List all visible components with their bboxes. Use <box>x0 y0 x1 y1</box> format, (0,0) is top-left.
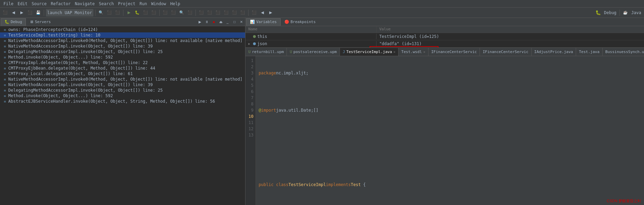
menu-run[interactable]: Run <box>138 1 149 7</box>
tab-action-disconnect[interactable]: ⏏ <box>218 19 224 25</box>
editor-tab-iadjust[interactable]: IAdjustPrice.java <box>532 48 576 56</box>
code-editor[interactable]: 1 2 3 4 5 6 7 8 9 10 11 12 13 <box>245 56 644 205</box>
toolbar-debug[interactable]: 🐛 <box>133 9 141 17</box>
stack-item-5[interactable]: ≡ Method.invoke(Object, Object...) line:… <box>0 54 245 60</box>
tab-variables[interactable]: 📊 Variables <box>246 18 281 26</box>
code-line-1: package nc.impl.xljt; <box>259 70 644 76</box>
close-icon-testservice[interactable]: ✕ <box>393 50 395 54</box>
menu-search[interactable]: Search <box>97 1 116 7</box>
toolbar-btn-3[interactable]: ▶ <box>18 9 26 17</box>
menu-edit[interactable]: Edit <box>16 1 30 7</box>
separator-7 <box>620 10 620 16</box>
launch-label[interactable]: launch UAP Monitor <box>46 9 93 17</box>
editor-tab-testservice[interactable]: J TestServiceImpl.java ✕ <box>340 48 399 56</box>
var-name-this: this <box>257 34 267 39</box>
tab-debug[interactable]: 🐛 Debug <box>1 18 26 26</box>
tab-icon-testservice: J <box>343 50 345 54</box>
vars-panel: 📊 Variables 🔴 Breakpoints ⬛ ⬛ _ □ ✕ Name <box>245 18 644 48</box>
toolbar-btn-21[interactable]: ▶ <box>267 9 274 17</box>
editor-tab-test[interactable]: Test.java <box>576 48 603 56</box>
vars-name-this: this <box>245 34 376 39</box>
separator-1 <box>44 10 44 16</box>
code-line-4 <box>259 126 644 132</box>
left-panel: 🐛 Debug 🖥 Servers ▶ ⏸ ■ ⏏ _ □ ✕ ≡ own <box>0 18 245 205</box>
toolbar-btn-11[interactable]: 🔍 <box>178 9 185 17</box>
tab-breakpoints[interactable]: 🔴 Breakpoints <box>281 18 320 26</box>
toolbar-btn-16[interactable]: ⬛ <box>222 9 230 17</box>
menu-navigate[interactable]: Navigate <box>73 1 97 7</box>
stack-item-8[interactable]: ≡ CMTProxy_Local.delegate(Object, Object… <box>0 71 245 76</box>
close-icon-testwsdl[interactable]: ✕ <box>423 50 425 54</box>
menu-refactor[interactable]: Refactor <box>49 1 73 7</box>
toolbar-btn-18[interactable]: ⬛ <box>239 9 246 17</box>
tab-action-suspend[interactable]: ⏸ <box>204 19 210 25</box>
stack-trace[interactable]: ≡ owns: PhaseInterceptorChain (id=124) ≡… <box>0 26 245 205</box>
stack-item-4[interactable]: ≡ DelegatingMethodAccessorImpl.invoke(Ob… <box>0 49 245 54</box>
toolbar-stop[interactable]: ⬛ <box>142 9 149 17</box>
editor-tab-bussiness[interactable]: BussinuessSynch.upm <box>603 48 644 56</box>
toolbar-btn-9[interactable]: ⬛ <box>161 9 169 17</box>
menu-project[interactable]: Project <box>116 1 138 7</box>
editor-tab-postsale[interactable]: U postsalereceive.upm <box>287 48 340 56</box>
menu-help[interactable]: Help <box>168 1 182 7</box>
stack-item-1[interactable]: ≡ TestServiceImpl.test(String) line: 10 <box>0 32 245 38</box>
stack-item-13[interactable]: ≡ AbstractEJBServiceHandler.invoke(Objec… <box>0 99 245 104</box>
stack-item-0[interactable]: ≡ owns: PhaseInterceptorChain (id=124) <box>0 27 245 32</box>
toolbar-btn-15[interactable]: ⬛ <box>214 9 222 17</box>
tab-action-maximize[interactable]: □ <box>231 19 238 25</box>
toolbar-java-btn[interactable]: ☕ <box>622 9 629 17</box>
dot-json <box>253 42 256 45</box>
breakpoints-icon: 🔴 <box>284 20 289 24</box>
toolbar-btn-12[interactable]: ⬛ <box>186 9 194 17</box>
toolbar-btn-6[interactable]: ⬛ <box>105 9 113 17</box>
menu-window[interactable]: Window <box>149 1 168 7</box>
toolbar-btn-2[interactable]: ◀ <box>10 9 17 17</box>
toolbar-btn-10[interactable]: ⬛ <box>170 9 177 17</box>
toolbar-btn-1[interactable]: ⬛ <box>1 9 9 17</box>
toolbar-run[interactable]: ▶ <box>125 9 133 17</box>
separator-4 <box>159 10 160 16</box>
stack-text-4: DelegatingMethodAccessorImpl.invoke(Obje… <box>8 49 163 54</box>
stack-text-5: Method.invoke(Object, Object...) line: 5… <box>8 55 113 60</box>
toolbar-btn-14[interactable]: ⬛ <box>206 9 213 17</box>
toolbar-btn-4[interactable]: ⬛ <box>26 9 34 17</box>
stack-item-6[interactable]: ≡ CMTProxyImpl.delegate(Object, Method, … <box>0 60 245 65</box>
toolbar-btn-5[interactable]: 💾 <box>34 9 42 17</box>
stack-item-9[interactable]: ≡ NativeMethodAccessorImpl.invoke0(Metho… <box>0 76 245 82</box>
menu-file[interactable]: File <box>1 1 16 7</box>
vars-row-json[interactable]: ▶ json "ddadfa" (id=131) <box>245 40 644 48</box>
separator-2 <box>95 10 95 16</box>
stack-item-10[interactable]: ≡ NativeMethodAccessorImpl.invoke(Object… <box>0 82 245 88</box>
stack-text-8: CMTProxy_Local.delegate(Object, Object[]… <box>8 71 133 76</box>
stack-item-11[interactable]: ≡ DelegatingMethodAccessorImpl.invoke(Ob… <box>0 88 245 93</box>
vars-header: Name Value <box>245 26 644 33</box>
menu-bar: File Edit Source Refactor Navigate Searc… <box>0 0 644 8</box>
menu-source[interactable]: Source <box>30 1 49 7</box>
editor-tab-ifinance1[interactable]: IFinanceCenterServic <box>429 48 480 56</box>
toolbar-btn-17[interactable]: ⬛ <box>231 9 238 17</box>
toolbar-btn-20[interactable]: ◀ <box>259 9 266 17</box>
toolbar-btn-8[interactable]: ⬛ <box>150 9 158 17</box>
tab-action-resume[interactable]: ▶ <box>197 19 203 25</box>
toolbar-search[interactable]: 🔍 <box>97 9 105 17</box>
tab-action-close[interactable]: ✕ <box>238 19 244 25</box>
editor-tab-ifinance2[interactable]: IFinanceCenterServic <box>480 48 531 56</box>
editor-tab-testwsdl[interactable]: Test.wsdl ✕ <box>399 48 429 56</box>
editor-tab-returnbill[interactable]: U returnbill.upm <box>245 48 287 56</box>
stack-item-3[interactable]: ≡ NativeMethodAccessorImpl.invoke(Object… <box>0 43 245 49</box>
toolbar-btn-7[interactable]: ⬛ <box>114 9 121 17</box>
vars-row-this[interactable]: this TestServiceImpl (id=125) <box>245 33 644 40</box>
tab-action-minimize[interactable]: _ <box>224 19 231 25</box>
toolbar-debug-btn[interactable]: 🐛 <box>594 9 602 17</box>
stack-item-7[interactable]: ≡ CMTProxyEjbBean.delegate(Object, Metho… <box>0 65 245 71</box>
tab-servers[interactable]: 🖥 Servers <box>26 18 54 26</box>
toolbar-btn-19[interactable]: ⬛ <box>250 9 258 17</box>
toolbar-btn-13[interactable]: ⬛ <box>198 9 205 17</box>
stack-item-12[interactable]: ≡ Method.invoke(Object, Object...) line:… <box>0 93 245 99</box>
editor-tab-bar: U returnbill.upm U postsalereceive.upm J… <box>245 48 644 56</box>
stack-item-2[interactable]: ≡ NativeMethodAccessorImpl.invoke0(Metho… <box>0 38 245 43</box>
tab-label-iadjust: IAdjustPrice.java <box>534 50 573 54</box>
debug-tab-label: Debug <box>11 20 22 24</box>
toolbar: ⬛ ◀ ▶ ⬛ 💾 launch UAP Monitor 🔍 ⬛ ⬛ ▶ 🐛 ⬛… <box>0 8 644 18</box>
tab-action-stop[interactable]: ■ <box>211 19 217 25</box>
